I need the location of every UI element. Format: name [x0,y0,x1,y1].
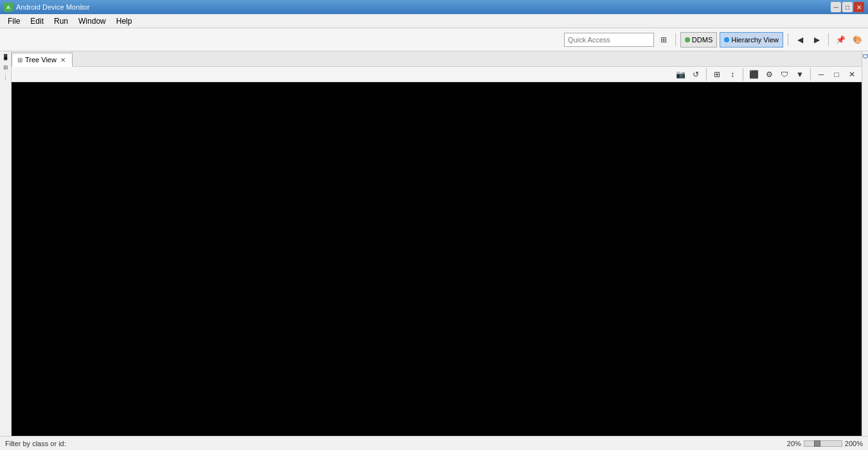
menu-run[interactable]: Run [49,15,73,27]
zoom-max: 200% [845,440,863,447]
toolbar-separator-1 [675,33,676,46]
settings-button[interactable]: ⚙ [762,67,776,82]
pin-button[interactable]: 📌 [833,33,847,47]
app-title: Android Device Monitor [16,3,831,11]
capture-layers-button[interactable]: ⊞ [710,67,724,82]
ddms-status-dot [685,37,690,42]
tab-toolbar-sep-3 [810,68,811,81]
menu-file[interactable]: File [3,15,25,27]
sidebar-icon-device[interactable]: 📱 [1,53,10,62]
screenshot-button[interactable]: 📷 [673,67,687,82]
tab-bar: ⊞ Tree View ✕ [12,51,862,67]
open-perspective-button[interactable]: ⊞ [657,33,671,47]
window-controls: ─ □ ✕ [831,2,864,12]
statusbar: Filter by class or id: 20% 200% [0,436,868,450]
zoom-slider-thumb[interactable] [814,440,820,447]
tree-view-content [12,82,862,436]
quick-access-input[interactable] [564,33,654,47]
filter-button[interactable]: ▼ [793,67,807,82]
menu-window[interactable]: Window [73,15,111,27]
zoom-area: 20% 200% [787,440,863,447]
hierarchy-view-label: Hierarchy View [731,36,779,44]
ddms-label: DDMS [692,36,713,44]
tab-area: ⊞ Tree View ✕ 📷 ↺ ⊞ ↕ ⬛ ⚙ 🛡 ▼ ─ □ ✕ [12,51,862,436]
tree-view-tab[interactable]: ⊞ Tree View ✕ [12,53,73,67]
tab-toolbar-sep-2 [743,68,743,81]
tab-toolbar: 📷 ↺ ⊞ ↕ ⬛ ⚙ 🛡 ▼ ─ □ ✕ [12,67,862,82]
menu-help[interactable]: Help [111,15,137,27]
minimize-pane-button[interactable]: ─ [814,67,828,82]
tab-close-button[interactable]: ✕ [59,56,67,64]
sidebar-icon-more[interactable]: ⋮ [1,73,10,82]
right-panel-item[interactable]: D [862,51,869,61]
close-pane-button[interactable]: ✕ [845,67,859,82]
menubar: File Edit Run Window Help [0,14,868,28]
menu-edit[interactable]: Edit [25,15,49,27]
main-area: 📱 ⊞ ⋮ ⊞ Tree View ✕ 📷 ↺ ⊞ ↕ ⬛ ⚙ 🛡 ▼ ─ [0,51,868,436]
tab-label: Tree View [25,56,57,64]
minimize-button[interactable]: ─ [831,2,841,12]
hierarchy-status-dot [724,37,729,42]
capture-hierarchy-button[interactable]: ↕ [725,67,740,82]
refresh-button[interactable]: ↺ [689,67,703,82]
toolbar-separator-3 [828,33,829,46]
filter-label: Filter by class or id: [5,440,66,447]
sidebar-icon-views[interactable]: ⊞ [1,63,10,72]
main-toolbar: ⊞ DDMS Hierarchy View ◀ ▶ 📌 🎨 [0,28,868,51]
maximize-pane-button[interactable]: □ [829,67,844,82]
nav-fwd-button[interactable]: ▶ [810,33,824,47]
hierarchy-view-button[interactable]: Hierarchy View [720,32,783,48]
nav-back-button[interactable]: ◀ [793,33,807,47]
close-button[interactable]: ✕ [854,2,864,12]
right-sidebar: D [862,51,868,436]
maximize-button[interactable]: □ [842,2,853,12]
color-button[interactable]: 🎨 [850,33,864,47]
tab-icon: ⊞ [17,56,22,64]
stop-button[interactable]: ⬛ [747,67,761,82]
app-icon: A [4,3,13,12]
tab-toolbar-sep-1 [706,68,707,81]
ddms-button[interactable]: DDMS [680,32,717,48]
shield-button[interactable]: 🛡 [777,67,792,82]
left-sidebar: 📱 ⊞ ⋮ [0,51,12,436]
zoom-slider[interactable] [804,440,842,447]
titlebar: A Android Device Monitor ─ □ ✕ [0,0,868,14]
zoom-value: 20% [787,440,801,447]
toolbar-separator-2 [788,33,788,46]
